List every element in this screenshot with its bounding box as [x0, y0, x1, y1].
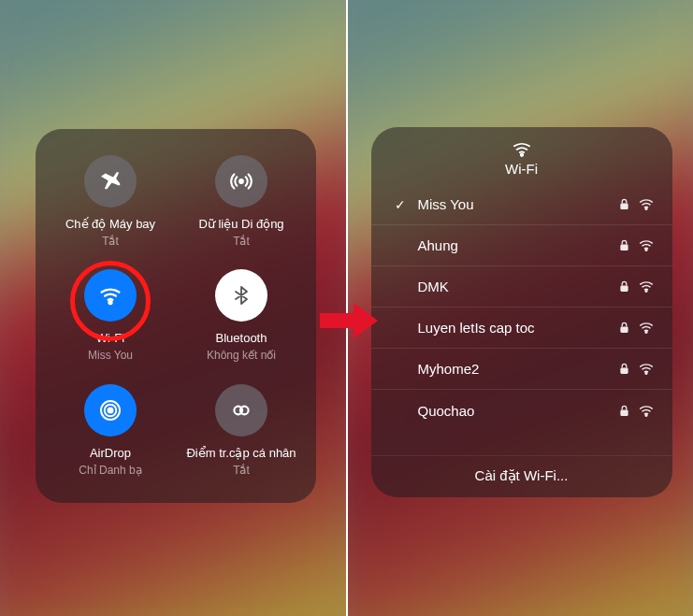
wifi-network-list: ✓ Miss You Ahung DMK Luyen letIs cap toc [371, 184, 672, 455]
svg-point-2 [108, 408, 113, 413]
wifi-icon [84, 269, 137, 322]
hotspot-icon [215, 384, 267, 437]
wifi-header-icon [512, 140, 532, 157]
network-row[interactable]: Quochao [371, 390, 672, 431]
network-name: Quochao [418, 403, 610, 419]
svg-rect-18 [620, 409, 628, 415]
bluetooth-label: Bluetooth [216, 331, 267, 345]
svg-point-9 [645, 208, 647, 209]
wifi-settings-button[interactable]: Cài đặt Wi-Fi... [371, 455, 672, 497]
airdrop-label: AirDrop [90, 446, 131, 460]
cellular-status: Tắt [233, 235, 250, 248]
lock-icon [619, 239, 629, 251]
airplane-label: Chế độ Máy bay [65, 217, 155, 231]
lock-icon [619, 363, 629, 375]
hotspot-label: Điểm tr.cập cá nhân [186, 446, 296, 460]
network-name: Luyen letIs cap toc [418, 320, 610, 336]
signal-icon [639, 405, 654, 417]
wifi-label: Wi-Fi [96, 331, 124, 345]
network-row[interactable]: ✓ Miss You [371, 184, 672, 225]
connectivity-card: Chế độ Máy bay Tắt Dữ liệu Di động Tắt W… [36, 129, 316, 503]
signal-icon [639, 363, 654, 375]
screen-left: Chế độ Máy bay Tắt Dữ liệu Di động Tắt W… [0, 0, 347, 616]
bluetooth-toggle[interactable]: Bluetooth Không kết nối [176, 259, 307, 374]
screen-right: Wi-Fi ✓ Miss You Ahung DMK [347, 0, 694, 616]
svg-rect-14 [620, 327, 628, 333]
signal-icon [639, 280, 654, 293]
signal-icon [639, 239, 654, 251]
checkmark-icon: ✓ [392, 197, 409, 212]
cellular-label: Dữ liệu Di động [198, 217, 283, 231]
svg-point-1 [108, 302, 111, 305]
screen-divider [346, 0, 348, 616]
cellular-icon [215, 155, 267, 208]
svg-rect-8 [620, 204, 628, 209]
network-name: Miss You [418, 196, 610, 212]
svg-rect-16 [620, 368, 628, 374]
network-name: Ahung [418, 237, 610, 253]
svg-point-11 [645, 249, 647, 251]
airplane-icon [84, 155, 137, 208]
wifi-panel-title: Wi-Fi [505, 161, 538, 177]
airdrop-icon [84, 384, 137, 437]
wifi-toggle[interactable]: Wi-Fi Miss You [45, 259, 176, 374]
hotspot-toggle[interactable]: Điểm tr.cập cá nhân Tắt [176, 373, 307, 488]
network-row[interactable]: Myhome2 [371, 349, 672, 390]
airplane-mode-toggle[interactable]: Chế độ Máy bay Tắt [45, 144, 176, 259]
svg-point-7 [520, 153, 523, 156]
wifi-panel-header: Wi-Fi [371, 127, 672, 184]
bluetooth-icon [215, 269, 267, 322]
svg-point-0 [239, 179, 243, 183]
airdrop-status: Chỉ Danh bạ [79, 464, 141, 477]
network-row[interactable]: Luyen letIs cap toc [371, 308, 672, 349]
network-row[interactable]: Ahung [371, 225, 672, 266]
lock-icon [619, 322, 629, 334]
signal-icon [639, 322, 654, 334]
network-row[interactable]: DMK [371, 266, 672, 308]
network-name: Myhome2 [418, 361, 610, 377]
network-name: DMK [418, 279, 610, 294]
svg-point-15 [645, 331, 647, 333]
svg-rect-12 [620, 286, 628, 292]
bluetooth-status: Không kết nối [207, 349, 276, 362]
signal-icon [639, 198, 654, 210]
airdrop-toggle[interactable]: AirDrop Chỉ Danh bạ [45, 373, 176, 488]
svg-point-19 [645, 414, 647, 416]
svg-rect-10 [620, 245, 628, 251]
lock-icon [619, 198, 629, 210]
svg-point-13 [645, 290, 647, 292]
lock-icon [619, 405, 629, 417]
cellular-data-toggle[interactable]: Dữ liệu Di động Tắt [176, 144, 307, 259]
lock-icon [619, 280, 629, 293]
wifi-status: Miss You [88, 349, 133, 362]
airplane-status: Tắt [102, 235, 119, 248]
svg-point-17 [645, 372, 647, 374]
hotspot-status: Tắt [233, 464, 250, 477]
wifi-panel: Wi-Fi ✓ Miss You Ahung DMK [371, 127, 672, 497]
